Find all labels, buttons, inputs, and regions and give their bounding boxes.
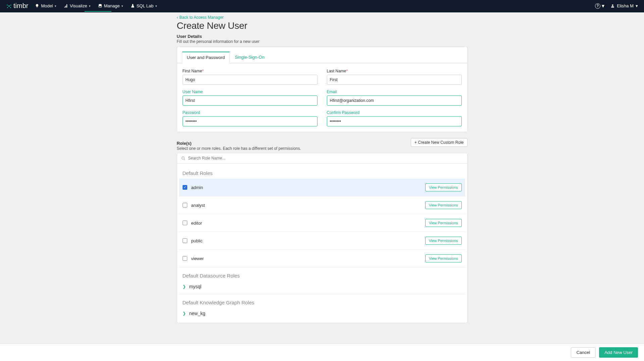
- nav-label: Manage: [104, 3, 120, 8]
- roles-card: Default Roles admin View Permissions ana…: [177, 153, 467, 323]
- view-permissions-button[interactable]: View Permissions: [425, 201, 462, 209]
- password-field-group: Password: [183, 110, 317, 126]
- tabs: User and Password Single-Sign-On: [177, 47, 467, 63]
- role-name-label: viewer: [191, 256, 204, 261]
- expand-icon[interactable]: ❯: [183, 284, 186, 289]
- password-label: Password: [183, 110, 317, 115]
- role-name-label: editor: [191, 221, 202, 226]
- svg-point-1: [7, 4, 8, 5]
- brand-name: timbr: [13, 2, 28, 10]
- chevron-left-icon: ‹: [177, 15, 178, 20]
- first-name-field-group: First Name*: [183, 69, 317, 85]
- flask-icon: [131, 4, 135, 8]
- view-permissions-button[interactable]: View Permissions: [425, 183, 462, 191]
- kg-roles-heading: Default Knowledge Graph Roles: [179, 298, 465, 308]
- user-name-field[interactable]: [183, 96, 317, 106]
- user-icon: [610, 4, 615, 8]
- roles-title: Role(s): [177, 141, 301, 146]
- role-row: editor View Permissions: [179, 214, 465, 232]
- role-row: admin View Permissions: [179, 179, 465, 196]
- user-menu[interactable]: Elisha M ▾: [610, 3, 638, 8]
- user-details-desc: Fill out the personal information for a …: [177, 39, 467, 44]
- create-custom-role-button[interactable]: + Create New Custom Role: [411, 138, 467, 147]
- svg-line-8: [184, 159, 185, 160]
- role-checkbox[interactable]: [183, 185, 187, 190]
- svg-point-4: [10, 7, 11, 8]
- role-row: viewer View Permissions: [179, 250, 465, 267]
- confirm-password-field[interactable]: [327, 116, 462, 126]
- user-name-label: Elisha M: [617, 3, 634, 8]
- roles-desc: Select one or more roles. Each role has …: [177, 146, 301, 151]
- tab-sso[interactable]: Single-Sign-On: [230, 52, 269, 63]
- kg-role-name: new_kg: [189, 311, 205, 316]
- page-content: ‹ Back to Access Manager Create New User…: [177, 12, 467, 350]
- cancel-button[interactable]: Cancel: [571, 347, 596, 350]
- role-checkbox[interactable]: [183, 221, 187, 225]
- svg-point-0: [8, 5, 10, 7]
- confirm-password-label: Confirm Password: [327, 110, 462, 115]
- brand-logo[interactable]: timbr: [6, 2, 28, 10]
- tab-user-password[interactable]: User and Password: [182, 52, 230, 63]
- view-permissions-button[interactable]: View Permissions: [425, 237, 462, 245]
- user-details-title: User Details: [177, 34, 467, 39]
- chevron-down-icon: ▾: [602, 3, 604, 9]
- chevron-down-icon: ▾: [89, 4, 91, 8]
- chevron-down-icon: ▾: [55, 4, 56, 8]
- default-roles-heading: Default Roles: [179, 168, 465, 179]
- nav-item-manage[interactable]: Manage ▾: [98, 3, 123, 8]
- datasource-role-row[interactable]: ❯ mysql: [179, 281, 465, 294]
- svg-point-7: [182, 157, 184, 159]
- nav-item-model[interactable]: Model ▾: [35, 3, 56, 8]
- chevron-down-icon: ▾: [155, 4, 157, 8]
- role-row: public View Permissions: [179, 232, 465, 250]
- svg-point-3: [7, 7, 8, 8]
- last-name-field-group: Last Name*: [327, 69, 462, 85]
- role-search-input[interactable]: [188, 156, 463, 161]
- add-new-user-button[interactable]: Add New User: [599, 347, 638, 350]
- back-link[interactable]: ‹ Back to Access Manager: [177, 15, 467, 20]
- role-checkbox[interactable]: [183, 238, 187, 243]
- role-name-label: analyst: [191, 203, 205, 208]
- footer-actions: Cancel Add New User: [0, 344, 644, 350]
- search-icon: [181, 156, 186, 161]
- chevron-down-icon: ▾: [121, 4, 123, 8]
- role-search-bar: [177, 153, 467, 164]
- role-checkbox[interactable]: [183, 256, 187, 261]
- view-permissions-button[interactable]: View Permissions: [425, 254, 462, 262]
- page-title: Create New User: [177, 20, 467, 31]
- nav-item-visualize[interactable]: Visualize ▾: [64, 3, 91, 8]
- role-checkbox[interactable]: [183, 203, 187, 207]
- help-icon: ?: [595, 3, 600, 9]
- nav-item-sqllab[interactable]: SQL Lab ▾: [131, 3, 157, 8]
- datasource-role-name: mysql: [189, 284, 202, 289]
- first-name-field[interactable]: [183, 75, 317, 85]
- role-name-label: public: [191, 238, 203, 243]
- password-field[interactable]: [183, 116, 317, 126]
- email-field-group: Email: [327, 89, 462, 106]
- nav-right: ? ▾ Elisha M ▾: [595, 3, 638, 9]
- back-link-label: Back to Access Manager: [180, 15, 224, 20]
- form: First Name* Last Name* User Name Email P…: [177, 63, 467, 132]
- first-name-label: First Name*: [183, 69, 317, 73]
- nav-label: SQL Lab: [137, 3, 154, 8]
- view-permissions-button[interactable]: View Permissions: [425, 219, 462, 227]
- nav-accent: [0, 12, 644, 12]
- role-name-label: admin: [191, 185, 203, 190]
- help-menu[interactable]: ? ▾: [595, 3, 604, 9]
- lightbulb-icon: [35, 4, 39, 8]
- user-details-card: User and Password Single-Sign-On First N…: [177, 47, 467, 132]
- email-label: Email: [327, 89, 462, 94]
- chart-icon: [64, 4, 68, 8]
- email-field[interactable]: [327, 96, 462, 106]
- kg-role-row[interactable]: ❯ new_kg: [179, 308, 465, 321]
- confirm-password-field-group: Confirm Password: [327, 110, 462, 126]
- user-name-label: User Name: [183, 89, 317, 94]
- svg-point-2: [10, 4, 11, 5]
- last-name-field[interactable]: [327, 75, 462, 85]
- roles-header: Role(s) Select one or more roles. Each r…: [177, 138, 467, 151]
- svg-point-6: [612, 4, 613, 6]
- expand-icon[interactable]: ❯: [183, 311, 186, 316]
- datasource-roles-heading: Default Datasource Roles: [179, 271, 465, 281]
- top-nav: timbr Model ▾ Visualize ▾ Manage ▾ SQL L…: [0, 0, 644, 12]
- role-row: analyst View Permissions: [179, 196, 465, 214]
